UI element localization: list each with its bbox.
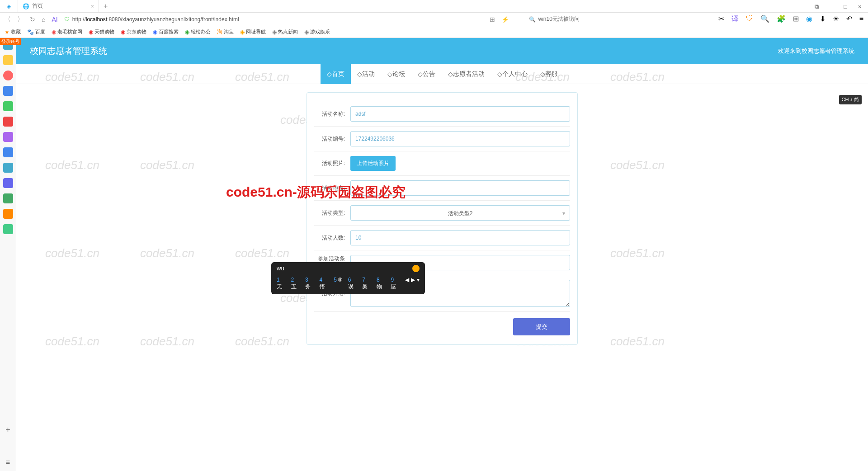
side-icon-4[interactable] xyxy=(3,86,13,96)
ime-next-icon[interactable]: ▶ xyxy=(411,277,415,291)
window-maximize-icon[interactable]: □ xyxy=(844,3,850,9)
sidebar-menu-button[interactable]: ≡ xyxy=(6,458,10,466)
bookmarks-bar: ★收藏 🐾百度 ◉老毛桃官网 ◉天猫购物 ◉京东购物 ◉百度搜索 ◉轻松办公 淘… xyxy=(0,26,868,38)
side-icon-10[interactable] xyxy=(3,178,13,188)
window-minimize-icon[interactable]: — xyxy=(829,3,835,9)
side-icon-3[interactable] xyxy=(3,71,13,80)
ime-prev-icon[interactable]: ◀ xyxy=(405,277,409,291)
photo-label: 活动照片: xyxy=(314,160,350,167)
scissors-icon[interactable]: ✂ xyxy=(718,14,724,24)
nav-forum[interactable]: ◇论坛 xyxy=(381,64,411,84)
bookmark-bdss[interactable]: ◉百度搜索 xyxy=(153,28,179,35)
nav-home[interactable]: ◇首页 xyxy=(321,64,351,84)
ime-cand-5[interactable]: 5⑤ xyxy=(334,277,343,291)
bookmark-lmt[interactable]: ◉老毛桃官网 xyxy=(52,28,82,35)
ime-expand-icon[interactable]: ▾ xyxy=(417,277,420,291)
sidebar-add-button[interactable]: + xyxy=(5,425,10,435)
zoom-icon[interactable]: 🔍 xyxy=(760,14,769,24)
window-restore-icon[interactable]: ⧉ xyxy=(815,3,821,9)
flash-icon[interactable]: ⚡ xyxy=(501,16,509,23)
app-tab[interactable]: ◈ xyxy=(0,0,18,13)
ime-cand-6[interactable]: 6误 xyxy=(348,277,357,291)
page-title: 校园志愿者管理系统 xyxy=(30,45,107,57)
nav-volunteer[interactable]: ◇志愿者活动 xyxy=(442,64,491,84)
ime-cand-9[interactable]: 9屋 xyxy=(391,277,400,291)
window-close-icon[interactable]: × xyxy=(858,3,864,9)
bookmark-baidu[interactable]: 🐾百度 xyxy=(27,28,45,35)
nav-activity[interactable]: ◇活动 xyxy=(351,64,381,84)
type-label: 活动类型: xyxy=(314,209,350,217)
extension-icon[interactable]: 🧩 xyxy=(777,14,786,24)
count-label: 活动人数: xyxy=(314,234,350,242)
login-badge[interactable]: 登录账号 xyxy=(0,38,21,45)
addr-input[interactable] xyxy=(350,180,570,196)
nav-service[interactable]: ◇客服 xyxy=(534,64,564,84)
settings-icon[interactable]: ☀ xyxy=(833,14,839,24)
ai-icon[interactable]: AI xyxy=(52,16,57,23)
search-icon: 🔍 xyxy=(529,16,536,23)
url-input[interactable]: 🛡 http://localhost:8080/xiaoyaunzhiyuanz… xyxy=(64,16,344,23)
tab-title: 首页 xyxy=(32,2,43,10)
ime-cand-4[interactable]: 4悟 xyxy=(320,277,329,291)
shield-icon: 🛡 xyxy=(64,16,70,23)
page-header: 校园志愿者管理系统 欢迎来到校园志愿者管理系统 xyxy=(16,38,868,64)
side-icon-7[interactable] xyxy=(3,132,13,142)
bookmark-nav[interactable]: ◉网址导航 xyxy=(240,28,266,35)
home-icon[interactable]: ⌂ xyxy=(42,16,45,23)
type-select[interactable]: 活动类型2 xyxy=(350,205,570,221)
side-icon-13[interactable] xyxy=(3,224,13,234)
ime-cand-8[interactable]: 8物 xyxy=(377,277,386,291)
side-icon-2[interactable] xyxy=(3,55,13,65)
translate-icon[interactable]: 译 xyxy=(731,14,739,24)
ime-cand-7[interactable]: 7吴 xyxy=(362,277,371,291)
menu-icon[interactable]: ≡ xyxy=(859,14,863,24)
ime-cand-1[interactable]: 1无 xyxy=(277,277,286,291)
security-icon[interactable]: 🛡 xyxy=(746,14,753,24)
ime-face-icon[interactable] xyxy=(412,265,420,272)
nav-notice[interactable]: ◇公告 xyxy=(411,64,442,84)
history-icon[interactable]: ↶ xyxy=(846,14,852,24)
activity-form: 活动名称: 活动编号: 活动照片: 上传活动照片 活动地点: 活动类型: 活动类… xyxy=(307,92,578,345)
side-icon-6[interactable] xyxy=(3,117,13,127)
new-tab-button[interactable]: + xyxy=(99,2,112,10)
side-icon-5[interactable] xyxy=(3,101,13,111)
submit-button[interactable]: 提交 xyxy=(513,318,570,335)
bookmark-fav[interactable]: ★收藏 xyxy=(5,28,21,35)
count-input[interactable] xyxy=(350,230,570,245)
ime-input-text: wu xyxy=(277,265,284,272)
name-input[interactable] xyxy=(350,106,570,122)
browser-icon[interactable]: ◉ xyxy=(806,14,812,24)
ime-candidates: 1无 2五 3务 4悟 5⑤ 6误 7吴 8物 9屋 ◀▶▾ xyxy=(271,275,425,294)
browser-search[interactable]: 🔍 win10无法被访问 xyxy=(529,15,580,23)
ime-panel: wu 1无 2五 3务 4悟 5⑤ 6误 7吴 8物 9屋 ◀▶▾ xyxy=(271,262,425,294)
num-input[interactable] xyxy=(350,131,570,146)
upload-button[interactable]: 上传活动照片 xyxy=(350,156,396,171)
bookmark-games[interactable]: ◉游戏娱乐 xyxy=(304,28,330,35)
addr-label: 活动地点: xyxy=(314,184,350,192)
ime-cand-3[interactable]: 3务 xyxy=(305,277,314,291)
bookmark-jd[interactable]: ◉京东购物 xyxy=(121,28,146,35)
num-label: 活动编号: xyxy=(314,135,350,143)
welcome-text: 欢迎来到校园志愿者管理系统 xyxy=(778,47,854,55)
qr-icon[interactable]: ⊞ xyxy=(490,16,495,23)
bookmark-tmall[interactable]: ◉天猫购物 xyxy=(89,28,114,35)
bookmark-office[interactable]: ◉轻松办公 xyxy=(185,28,211,35)
browser-titlebar: ◈ 🌐 首页 × + ⧉ — □ × xyxy=(0,0,868,13)
ime-status-badge[interactable]: CH ♪ 简 xyxy=(839,95,862,104)
download-icon[interactable]: ⬇ xyxy=(820,14,826,24)
side-icon-9[interactable] xyxy=(3,163,13,173)
name-label: 活动名称: xyxy=(314,110,350,118)
back-icon[interactable]: 〈 xyxy=(5,15,11,24)
side-icon-11[interactable] xyxy=(3,193,13,203)
reload-icon[interactable]: ↻ xyxy=(30,16,35,23)
apps-icon[interactable]: ⊞ xyxy=(793,14,799,24)
close-tab-icon[interactable]: × xyxy=(91,3,94,9)
side-icon-8[interactable] xyxy=(3,147,13,157)
forward-icon[interactable]: 〉 xyxy=(17,15,24,24)
side-icon-12[interactable] xyxy=(3,209,13,219)
bookmark-news[interactable]: ◉热点新闻 xyxy=(272,28,298,35)
bookmark-taobao[interactable]: 淘淘宝 xyxy=(217,28,234,36)
ime-cand-2[interactable]: 2五 xyxy=(291,277,300,291)
nav-personal[interactable]: ◇个人中心 xyxy=(491,64,534,84)
page-tab[interactable]: 🌐 首页 × xyxy=(18,0,99,13)
